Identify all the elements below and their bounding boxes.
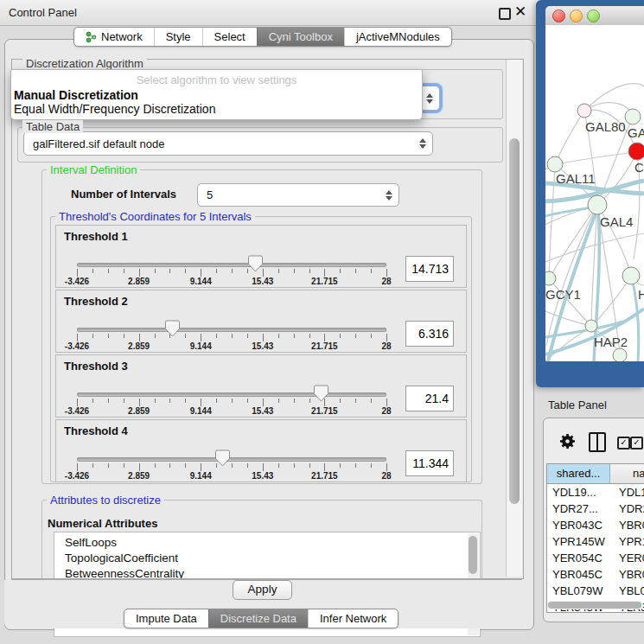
close-icon[interactable]: ✕	[514, 3, 526, 21]
major-tick	[201, 463, 201, 471]
slider-track[interactable]	[77, 457, 386, 462]
tab-discretize-data[interactable]: Discretize Data	[208, 609, 308, 628]
slider-thumb[interactable]	[248, 255, 263, 272]
table-hscrollbar-thumb[interactable]	[548, 602, 641, 609]
checkbox-icon[interactable]: ✓	[617, 437, 630, 450]
attribute-list-item[interactable]: SelfLoops	[54, 535, 480, 551]
scale-label: 9.144	[190, 471, 212, 481]
scale-label: -3.426	[65, 341, 89, 351]
name-cell[interactable]: YBR043C	[615, 517, 644, 533]
threshold-value-field[interactable]	[405, 256, 454, 282]
number-of-intervals-combobox[interactable]: 5	[197, 183, 399, 207]
minor-tick	[294, 334, 295, 338]
column-header-shared-name[interactable]: shared...	[547, 464, 610, 483]
slider-track[interactable]	[77, 263, 386, 267]
name-cell[interactable]: YDL19...	[615, 484, 644, 501]
network-node[interactable]	[585, 320, 597, 332]
slider-thumb[interactable]	[165, 320, 180, 337]
table-row[interactable]: YDR27... YDR27...	[547, 501, 644, 517]
major-tick	[77, 463, 78, 471]
name-cell[interactable]: YDR27...	[615, 501, 644, 517]
zoom-traffic-light[interactable]	[587, 10, 600, 22]
gear-icon[interactable]	[559, 433, 576, 450]
table-data-combobox[interactable]: galFiltered.sif default node	[23, 131, 433, 156]
table-row[interactable]: YDL19... YDL19...	[547, 484, 644, 501]
checkbox-icon[interactable]: ✓	[630, 437, 643, 450]
dropdown-option[interactable]: Manual Discretization	[14, 88, 138, 102]
shared-name-cell[interactable]: YBR045C	[547, 566, 615, 583]
shared-name-cell[interactable]: YPR145W	[547, 533, 615, 550]
scale-label: 28	[381, 471, 391, 481]
minor-tick	[371, 334, 372, 338]
network-node[interactable]	[628, 143, 644, 160]
network-node[interactable]	[547, 156, 563, 172]
tab-label: jActiveMNodules	[356, 30, 440, 43]
tab-network[interactable]: Network	[74, 28, 154, 46]
attribute-list-item[interactable]: TopologicalCoefficient	[54, 551, 480, 566]
tab-label: Impute Data	[136, 612, 197, 625]
main-scrollbar[interactable]	[506, 60, 522, 577]
major-tick	[324, 334, 325, 341]
network-window-titlebar[interactable]	[545, 6, 644, 26]
split-columns-icon[interactable]	[589, 432, 606, 452]
major-tick	[386, 463, 387, 471]
apply-button[interactable]: Apply	[233, 580, 292, 600]
column-header-name[interactable]: na	[610, 464, 644, 483]
scale-label: 9.144	[190, 277, 212, 286]
network-node[interactable]	[577, 104, 591, 118]
table-row[interactable]: YER054C YER054C	[547, 550, 644, 566]
threshold-value-field[interactable]	[405, 321, 454, 347]
panel-title: Control Panel	[9, 6, 77, 19]
name-cell[interactable]: YBR045C	[615, 566, 644, 583]
slider-thumb[interactable]	[215, 450, 230, 467]
threshold-value-field[interactable]	[405, 386, 454, 411]
shared-name-cell[interactable]: YBL079W	[547, 583, 615, 599]
float-window-icon[interactable]	[499, 8, 511, 20]
shared-name-cell[interactable]: YDL19...	[547, 484, 615, 501]
close-traffic-light[interactable]	[552, 10, 565, 22]
name-cell[interactable]: YBL079W	[615, 583, 644, 599]
scale-label: 15.43	[252, 406, 273, 416]
scale-label: 2.859	[128, 277, 150, 286]
table-hscrollbar[interactable]	[547, 601, 643, 609]
tab-infer-network[interactable]: Infer Network	[308, 609, 398, 628]
name-cell[interactable]: YPR145W	[615, 533, 644, 550]
minor-tick	[340, 399, 341, 403]
network-canvas[interactable]: GAL80GACGAL11GAL4GCY1HHAP2	[545, 25, 644, 361]
minor-tick	[355, 463, 356, 468]
tab-cyni-toolbox[interactable]: Cyni Toolbox	[257, 28, 344, 46]
minor-tick	[294, 463, 295, 468]
list-scrollbar-thumb[interactable]	[469, 536, 477, 574]
scale-label: 28	[381, 341, 391, 351]
network-node[interactable]	[545, 271, 556, 285]
name-cell[interactable]: YER054C	[615, 550, 644, 566]
tab-select[interactable]: Select	[202, 28, 257, 46]
threshold-value-field[interactable]	[405, 450, 454, 476]
slider-track[interactable]	[77, 328, 386, 332]
table-row[interactable]: YBL079W YBL079W	[547, 583, 644, 599]
minimize-traffic-light[interactable]	[570, 10, 583, 22]
shared-name-cell[interactable]: YBR043C	[547, 517, 615, 533]
network-edge	[584, 84, 644, 111]
shared-name-cell[interactable]: YER054C	[547, 550, 615, 566]
network-node[interactable]	[625, 109, 641, 124]
table-data-value: galFiltered.sif default node	[33, 137, 164, 150]
network-node[interactable]	[613, 348, 627, 361]
slider-track[interactable]	[77, 392, 386, 397]
dropdown-option[interactable]: Equal Width/Frequency Discretization	[14, 102, 215, 116]
slider-thumb[interactable]	[314, 385, 328, 402]
tab-impute-data[interactable]: Impute Data	[124, 609, 208, 628]
table-row[interactable]: YBR045C YBR045C	[547, 566, 644, 583]
network-node[interactable]	[588, 195, 607, 214]
minor-tick	[124, 463, 124, 468]
scale-label: 9.144	[190, 406, 212, 416]
main-scrollbar-thumb[interactable]	[509, 138, 520, 504]
shared-name-cell[interactable]: YDR27...	[547, 501, 615, 517]
table-row[interactable]: YPR145W YPR145W	[547, 533, 644, 550]
table-row[interactable]: YBR043C YBR043C	[547, 517, 644, 533]
network-node[interactable]	[622, 267, 640, 284]
tab-jactivemnodules[interactable]: jActiveMNodules	[344, 28, 451, 46]
tab-style[interactable]: Style	[154, 28, 202, 46]
node-label: GAL11	[556, 171, 596, 186]
tab-label: Cyni Toolbox	[269, 30, 333, 43]
